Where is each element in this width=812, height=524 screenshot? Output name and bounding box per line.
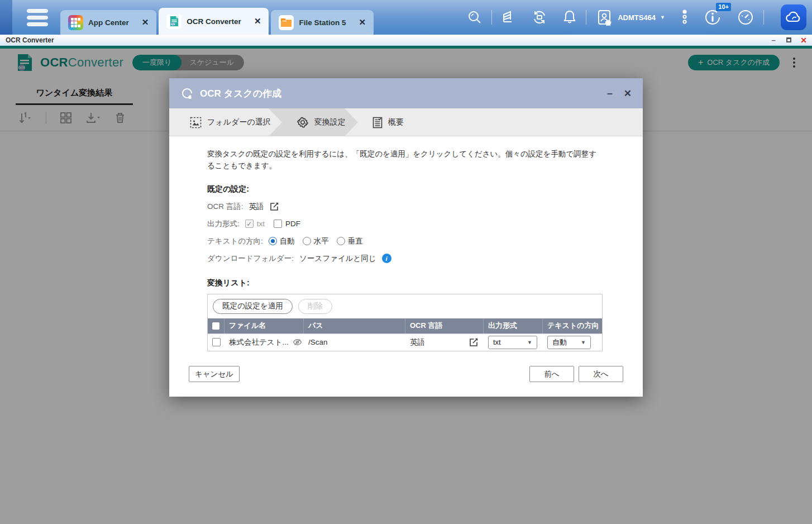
user-menu[interactable]: ★ ADMTS464 ▼: [595, 8, 665, 26]
column-output-format: 出力形式: [484, 318, 543, 334]
table-header: ファイル名 パス OCR 言語 出力形式 テキストの方向: [208, 318, 602, 334]
cancel-button[interactable]: キャンセル: [189, 366, 240, 382]
preview-hidden-eye-icon[interactable]: [293, 339, 302, 346]
ocr-language-value: 英語: [249, 202, 264, 212]
format-txt-label: txt: [257, 220, 265, 228]
create-ocr-task-dialog: 1 OCR タスクの作成 – ✕ フォルダーの選択: [169, 78, 643, 397]
previous-button[interactable]: 前へ: [529, 366, 574, 382]
username-label: ADMTS464: [618, 13, 656, 22]
app-tabs: App Center ✕ OCR OCR Converter ✕: [60, 8, 374, 35]
window-titlebar: OCR Converter – ✕: [0, 35, 812, 46]
delete-row-button[interactable]: 削除: [298, 299, 332, 314]
tab-label: App Center: [88, 18, 129, 27]
dialog-close-button[interactable]: ✕: [624, 89, 632, 98]
dialog-body: 変換タスクの既定の設定を利用するには、「既定のを適用」をクリックしてください。個…: [169, 136, 643, 351]
column-text-direction: テキストの方向: [543, 318, 602, 334]
dialog-minimize-button[interactable]: –: [607, 89, 612, 98]
direction-auto-radio[interactable]: [269, 237, 277, 245]
format-pdf-checkbox[interactable]: [274, 220, 282, 228]
edit-language-icon[interactable]: [270, 202, 279, 211]
direction-vertical-label: 垂直: [348, 236, 363, 246]
download-folder-value: ソースファイルと同じ: [299, 254, 376, 264]
dialog-footer: キャンセル 前へ 次へ: [189, 366, 623, 382]
tab-app-center[interactable]: App Center ✕: [60, 10, 156, 35]
direction-auto-label: 自動: [280, 236, 295, 246]
wizard-steps: フォルダーの選択 変換設定 概要: [169, 108, 643, 136]
tab-file-station[interactable]: File Station 5 ✕: [271, 10, 374, 35]
text-direction-row: テキストの方向: 自動 水平 垂直: [207, 236, 604, 246]
folder-select-icon: [190, 117, 202, 128]
convert-task-icon: 1: [180, 87, 194, 100]
tab-ocr-converter[interactable]: OCR OCR Converter ✕: [159, 8, 269, 35]
output-format-row: 出力形式: ✓ txt PDF: [207, 219, 604, 229]
output-format-label: 出力形式:: [207, 219, 240, 229]
next-button[interactable]: 次へ: [579, 366, 623, 382]
apply-defaults-button[interactable]: 既定の設定を適用: [213, 299, 293, 314]
column-ocr-language: OCR 言語: [405, 318, 484, 334]
tab-label: File Station 5: [299, 18, 346, 27]
dialog-description: 変換タスクの既定の設定を利用するには、「既定のを適用」をクリックしてください。個…: [207, 149, 604, 172]
download-folder-row: ダウンロードフォルダー: ソースファイルと同じ i: [207, 254, 604, 264]
direction-horizontal-label: 水平: [314, 236, 329, 246]
notifications-bell-icon[interactable]: [562, 9, 577, 25]
tab-label: OCR Converter: [187, 17, 241, 26]
row-language: 英語: [410, 337, 425, 347]
conversion-list-heading: 変換リスト:: [207, 278, 604, 288]
screen: App Center ✕ OCR OCR Converter ✕: [0, 0, 812, 524]
ocr-language-label: OCR 言語:: [207, 202, 243, 212]
file-station-icon: [279, 15, 294, 30]
more-options-kebab-icon[interactable]: [682, 9, 687, 26]
select-all-checkbox[interactable]: [212, 322, 219, 330]
window-minimize-button[interactable]: –: [770, 37, 777, 44]
window-title: OCR Converter: [6, 36, 54, 44]
conversion-list-table: 既定の設定を適用 削除 ファイル名 パス OCR 言語 出力形式 テキストの方向…: [207, 294, 603, 351]
text-direction-label: テキストの方向:: [207, 236, 263, 246]
gear-icon: [297, 116, 309, 128]
edit-row-language-icon[interactable]: [469, 338, 478, 347]
table-row: 株式会社テスト... /Scan 英語: [208, 334, 602, 351]
background-tasks-icon[interactable]: 10+: [703, 8, 722, 27]
download-folder-label: ダウンロードフォルダー:: [207, 254, 294, 264]
resource-monitor-gauge-icon[interactable]: [737, 8, 754, 26]
row-checkbox[interactable]: [212, 338, 221, 346]
close-icon[interactable]: ✕: [254, 16, 261, 26]
row-path: /Scan: [304, 338, 405, 346]
app-center-icon: [68, 15, 83, 30]
dialog-header: 1 OCR タスクの作成 – ✕: [169, 78, 643, 108]
main-menu-button[interactable]: [27, 9, 48, 26]
step-summary[interactable]: 概要: [372, 117, 404, 128]
ocr-converter-icon: OCR: [166, 14, 181, 29]
column-file-name: ファイル名: [225, 318, 304, 334]
row-format-dropdown[interactable]: txt ▼: [488, 336, 537, 349]
summary-clipboard-icon: [372, 117, 383, 128]
column-path: パス: [304, 318, 405, 334]
step-conversion-settings[interactable]: 変換設定: [297, 116, 346, 128]
direction-horizontal-radio[interactable]: [303, 237, 311, 245]
svg-text:★: ★: [606, 20, 610, 26]
dialog-title: OCR タスクの作成: [200, 87, 281, 100]
app-library-icon[interactable]: [501, 9, 517, 25]
chevron-down-icon: ▼: [527, 340, 532, 345]
topbar-left-strip: [0, 0, 12, 35]
defaults-heading: 既定の設定:: [207, 184, 604, 194]
user-card-icon: ★: [595, 8, 613, 26]
chevron-down-icon: ▼: [581, 340, 586, 345]
format-txt-checkbox[interactable]: ✓: [245, 220, 254, 228]
row-file-name: 株式会社テスト...: [229, 337, 289, 347]
task-count-badge: 10+: [716, 3, 731, 11]
svg-text:1: 1: [189, 96, 191, 99]
step-select-folder[interactable]: フォルダーの選択: [190, 117, 271, 128]
direction-vertical-radio[interactable]: [337, 237, 345, 245]
chevron-down-icon: ▼: [660, 15, 665, 20]
topbar-icons: ★ ADMTS464 ▼ 10+: [467, 0, 812, 35]
window-restore-button[interactable]: [785, 37, 792, 44]
info-icon[interactable]: i: [382, 254, 391, 263]
sync-status-icon[interactable]: [531, 9, 548, 26]
myqnapcloud-button[interactable]: [781, 4, 806, 30]
close-icon[interactable]: ✕: [359, 17, 366, 27]
window-close-button[interactable]: ✕: [800, 37, 808, 44]
row-direction-dropdown[interactable]: 自動 ▼: [547, 336, 591, 349]
close-icon[interactable]: ✕: [142, 17, 149, 27]
desktop-topbar: App Center ✕ OCR OCR Converter ✕: [0, 0, 812, 35]
search-icon[interactable]: [467, 9, 483, 25]
